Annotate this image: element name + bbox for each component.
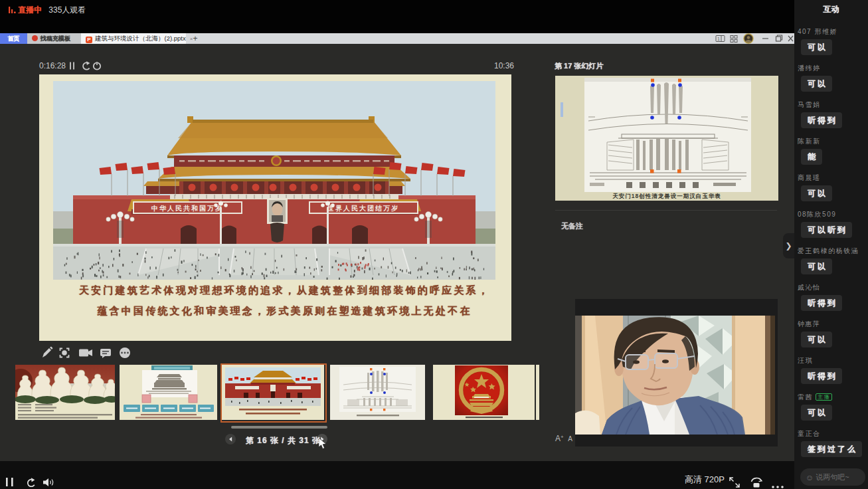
svg-text:1: 1: [717, 37, 720, 41]
svg-text:天安门18创性清龙兽设一期汉白玉华表: 天安门18创性清龙兽设一期汉白玉华表: [612, 193, 721, 199]
